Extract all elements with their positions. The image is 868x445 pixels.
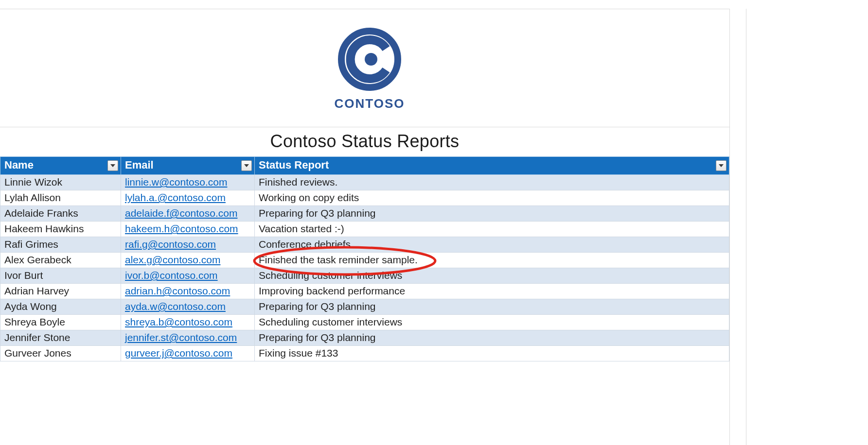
col-header-email-label: Email [125,159,154,171]
cell-status[interactable]: Preparing for Q3 planning [255,330,729,346]
cell-status[interactable]: Improving backend performance [255,284,729,299]
logo-area: CONTOSO [0,9,729,127]
filter-dropdown-icon[interactable] [716,160,726,171]
table-row[interactable]: Adrian Harveyadrian.h@contoso.comImprovi… [0,284,729,299]
annotation-circle-icon [251,245,439,277]
cell-name[interactable]: Adrian Harvey [0,284,121,299]
table-row[interactable]: Adelaide Franksadelaide.f@contoso.comPre… [0,206,729,222]
cell-name[interactable]: Rafi Grimes [0,237,121,253]
email-link[interactable]: adelaide.f@contoso.com [125,207,237,219]
cell-email[interactable]: linnie.w@contoso.com [121,175,255,190]
email-link[interactable]: rafi.g@contoso.com [125,239,216,250]
page-title: Contoso Status Reports [0,127,729,156]
cell-email[interactable]: jennifer.st@contoso.com [121,330,255,346]
cell-email[interactable]: rafi.g@contoso.com [121,237,255,253]
cell-name[interactable]: Ayda Wong [0,299,121,315]
col-header-email[interactable]: Email [121,157,255,175]
email-link[interactable]: lylah.a.@contoso.com [125,192,226,203]
cell-email[interactable]: lylah.a.@contoso.com [121,190,255,206]
cell-email[interactable]: adrian.h@contoso.com [121,284,255,299]
email-link[interactable]: gurveer.j@contoso.com [125,347,232,359]
cell-name[interactable]: Jennifer Stone [0,330,121,346]
email-link[interactable]: alex.g@contoso.com [125,254,220,265]
cell-email[interactable]: ivor.b@contoso.com [121,268,255,284]
cell-status[interactable]: Scheduling customer interviews [255,315,729,330]
col-header-name-label: Name [4,159,34,171]
contoso-logo-icon [336,25,404,93]
brand-wordmark: CONTOSO [335,96,405,111]
cell-status[interactable]: Preparing for Q3 planning [255,299,729,315]
filter-dropdown-icon[interactable] [107,160,118,171]
col-header-status[interactable]: Status Report [255,157,729,175]
cell-status[interactable]: Preparing for Q3 planning [255,206,729,222]
email-link[interactable]: jennifer.st@contoso.com [125,332,237,343]
svg-point-2 [254,247,435,274]
table-row[interactable]: Ayda Wongayda.w@contoso.comPreparing for… [0,299,729,315]
email-link[interactable]: hakeem.h@contoso.com [125,223,238,234]
cell-email[interactable]: shreya.b@contoso.com [121,315,255,330]
email-link[interactable]: ayda.w@contoso.com [125,301,226,312]
table-row[interactable]: Shreya Boyleshreya.b@contoso.comScheduli… [0,315,729,330]
col-header-name[interactable]: Name [0,157,121,175]
cell-name[interactable]: Hakeem Hawkins [0,222,121,237]
cell-status[interactable]: Finished reviews. [255,175,729,190]
cell-name[interactable]: Linnie Wizok [0,175,121,190]
table-row[interactable]: Linnie Wizoklinnie.w@contoso.comFinished… [0,175,729,190]
svg-point-1 [365,53,377,66]
cell-name[interactable]: Lylah Allison [0,190,121,206]
cell-email[interactable]: adelaide.f@contoso.com [121,206,255,222]
email-link[interactable]: linnie.w@contoso.com [125,176,227,188]
col-header-status-label: Status Report [259,159,329,171]
cell-name[interactable]: Gurveer Jones [0,346,121,361]
cell-status[interactable]: Vacation started :-) [255,222,729,237]
cell-name[interactable]: Shreya Boyle [0,315,121,330]
table-row[interactable]: Gurveer Jonesgurveer.j@contoso.comFixing… [0,346,729,361]
filter-dropdown-icon[interactable] [241,160,252,171]
email-link[interactable]: shreya.b@contoso.com [125,316,232,327]
cell-name[interactable]: Adelaide Franks [0,206,121,222]
table-row[interactable]: Lylah Allisonlylah.a.@contoso.comWorking… [0,190,729,206]
cell-status[interactable]: Fixing issue #133 [255,346,729,361]
cell-status[interactable]: Working on copy edits [255,190,729,206]
table-row[interactable]: Hakeem Hawkinshakeem.h@contoso.comVacati… [0,222,729,237]
email-link[interactable]: ivor.b@contoso.com [125,270,218,281]
cell-email[interactable]: alex.g@contoso.com [121,253,255,268]
cell-email[interactable]: hakeem.h@contoso.com [121,222,255,237]
cell-email[interactable]: ayda.w@contoso.com [121,299,255,315]
cell-name[interactable]: Ivor Burt [0,268,121,284]
table-row[interactable]: Jennifer Stonejennifer.st@contoso.comPre… [0,330,729,346]
email-link[interactable]: adrian.h@contoso.com [125,285,230,296]
cell-name[interactable]: Alex Gerabeck [0,253,121,268]
cell-email[interactable]: gurveer.j@contoso.com [121,346,255,361]
